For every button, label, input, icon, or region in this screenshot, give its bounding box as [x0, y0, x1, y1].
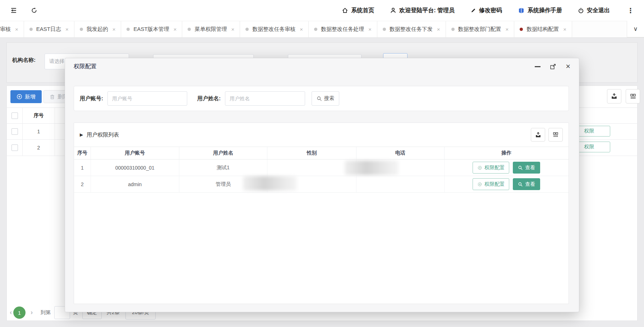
modal-search-panel: 用户账号: 用户姓名: 搜索 [74, 86, 569, 111]
search-button-label: 搜索 [324, 95, 334, 102]
tab-label: EAST版本管理 [133, 26, 169, 33]
tab-dot [80, 28, 83, 31]
close-icon[interactable]: × [566, 63, 570, 70]
tab-close-icon[interactable]: × [563, 26, 566, 32]
tab-close-icon[interactable]: × [15, 26, 18, 32]
tab-close-icon[interactable]: × [231, 26, 234, 32]
magnifier-icon [518, 165, 523, 170]
header-account: 用户账号 [91, 147, 179, 159]
tab-dot [314, 28, 317, 31]
tab-task-audit[interactable]: 数据整改任务审核 × [240, 21, 309, 37]
cell-no: 1 [74, 160, 91, 176]
tab-label: 数据整改任务处理 [321, 26, 364, 33]
add-button-label: 新增 [25, 93, 36, 100]
row-checkbox[interactable] [12, 128, 18, 135]
table-row: 1 00000310000_01 测试1 权限配置 [74, 160, 569, 176]
cell-name: 测试1 [179, 160, 268, 176]
view-button[interactable]: 查看 [513, 162, 540, 174]
minimize-icon[interactable] [535, 66, 540, 67]
bg-row-no: 1 [23, 124, 55, 139]
nav-manual[interactable]: 系统操作手册 [518, 7, 562, 14]
next-page-icon[interactable]: › [31, 308, 33, 316]
tab-close-icon[interactable]: × [437, 26, 440, 32]
caret-right-icon[interactable]: ▶ [80, 132, 83, 137]
user-permission-list-panel: ▶ 用户权限列表 序号 用户账号 用户姓名 性别 电话 [74, 123, 569, 304]
user-table: 序号 用户账号 用户姓名 性别 电话 操作 1 00000310000_01 测… [74, 147, 569, 193]
list-section-header: ▶ 用户权限列表 [74, 123, 569, 147]
nav-home[interactable]: 系统首页 [342, 7, 374, 14]
tab-close-icon[interactable]: × [174, 26, 177, 32]
name-label: 用户姓名: [197, 95, 221, 102]
name-input[interactable] [225, 91, 305, 106]
cell-phone [356, 176, 445, 192]
redacted-gender-blur [243, 176, 297, 190]
header-gender: 性别 [267, 147, 356, 159]
menu-fold-icon[interactable] [10, 7, 17, 14]
cell-no: 2 [74, 176, 91, 192]
current-page-button[interactable]: 1 [13, 307, 26, 319]
tab-dot [188, 28, 191, 31]
user-icon [390, 7, 396, 14]
columns-config-button[interactable] [548, 128, 563, 142]
account-input[interactable] [107, 91, 187, 106]
cell-gender [267, 160, 356, 176]
tab-audit[interactable]: 审核 × [0, 21, 24, 37]
prev-page-icon[interactable]: ‹ [10, 308, 12, 316]
tab-close-icon[interactable]: × [65, 26, 69, 32]
table-row: 2 admin 管理员 权限配置 查看 [74, 176, 569, 193]
bg-select-all-cell [7, 108, 23, 123]
tab-menu-permission[interactable]: 菜单权限管理 × [182, 21, 240, 37]
refresh-icon[interactable] [31, 7, 37, 14]
cell-actions: 权限配置 查看 [445, 176, 569, 192]
view-button-label: 查看 [525, 165, 535, 171]
search-button[interactable]: 搜索 [312, 91, 339, 106]
nav-welcome[interactable]: 欢迎登陆平台: 管理员 [390, 7, 455, 14]
tab-close-icon[interactable]: × [300, 26, 303, 32]
tab-my-initiated[interactable]: 我发起的 × [74, 21, 121, 37]
nav-manual-label: 系统操作手册 [528, 7, 562, 14]
tab-dot [451, 28, 455, 31]
header-name: 用户姓名 [179, 147, 268, 159]
permission-config-label: 权限配置 [484, 165, 505, 171]
tab-dept-config[interactable]: 数据整改部门配置 × [446, 21, 515, 37]
tab-dot [29, 28, 33, 31]
bg-permission-button-label: 权限 [584, 144, 594, 150]
kebab-menu-icon[interactable]: ⋮ [626, 6, 635, 15]
account-label: 用户账号: [80, 95, 103, 102]
add-button[interactable]: 新增 [10, 90, 42, 103]
topbar-right: 系统首页 欢迎登陆平台: 管理员 修改密码 系统操作手册 安全退出 ⋮ [342, 0, 635, 21]
tab-east-version[interactable]: EAST版本管理 × [121, 21, 182, 37]
columns-icon [553, 132, 558, 138]
view-button[interactable]: 查看 [513, 178, 540, 190]
export-button[interactable] [531, 128, 545, 142]
tab-task-dispatch[interactable]: 数据整改任务下发 × [377, 21, 446, 37]
tab-list-chevron[interactable]: ∨ [627, 21, 644, 37]
columns-config-button[interactable] [626, 89, 640, 103]
maximize-icon[interactable] [550, 63, 556, 70]
permission-config-button[interactable]: 权限配置 [473, 162, 509, 174]
export-button[interactable] [607, 89, 621, 103]
topbar: 系统首页 欢迎登陆平台: 管理员 修改密码 系统操作手册 安全退出 ⋮ [0, 0, 644, 21]
tab-close-icon[interactable]: × [112, 26, 116, 32]
tab-dot [126, 28, 130, 31]
select-all-checkbox[interactable] [12, 112, 18, 119]
nav-welcome-label: 欢迎登陆平台: 管理员 [399, 7, 455, 14]
tab-dot [383, 28, 386, 31]
tab-task-process[interactable]: 数据整改任务处理 × [309, 21, 377, 37]
nav-logout-label: 安全退出 [587, 7, 610, 14]
nav-change-password[interactable]: 修改密码 [470, 7, 502, 14]
list-section-tools [531, 128, 563, 142]
nav-logout[interactable]: 安全退出 [578, 7, 610, 14]
topbar-left [10, 0, 37, 21]
tab-label: 数据整改部门配置 [458, 26, 501, 33]
tab-data-structure[interactable]: 数据结构配置 × [514, 21, 572, 37]
tab-close-icon[interactable]: × [368, 26, 372, 32]
row-checkbox[interactable] [12, 144, 18, 151]
tab-close-icon[interactable]: × [506, 26, 509, 32]
bg-header-no: 序号 [23, 108, 55, 123]
screen: 系统首页 欢迎登陆平台: 管理员 修改密码 系统操作手册 安全退出 ⋮ [0, 0, 644, 327]
tab-east-log[interactable]: EAST日志 × [24, 21, 74, 37]
permission-config-button[interactable]: 权限配置 [473, 178, 509, 190]
chevron-down-icon: ∨ [633, 25, 638, 33]
user-table-header: 序号 用户账号 用户姓名 性别 电话 操作 [74, 147, 569, 160]
